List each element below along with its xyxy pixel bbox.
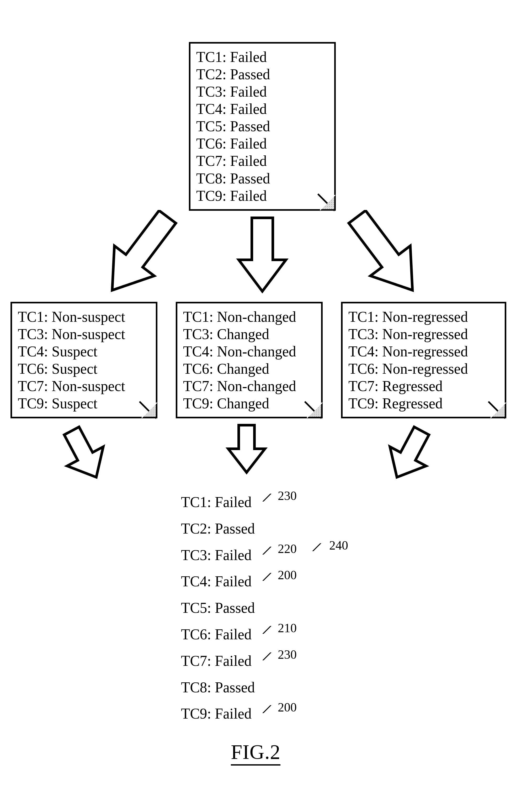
arrow-small-right-icon — [383, 425, 435, 483]
doc-row: TC7: Failed — [196, 152, 328, 169]
doc-row: TC1: Non-suspect — [18, 308, 150, 326]
doc-row: TC4: Failed — [196, 100, 328, 117]
arrow-down-right-icon — [330, 210, 441, 299]
changed-doc: TC1: Non-changedTC3: ChangedTC4: Non-cha… — [176, 302, 323, 418]
ref-label: 200 — [262, 565, 297, 585]
ref-label: 230 — [262, 486, 297, 505]
final-result-list: TC1: Failed230TC2: PassedTC3: Failed220T… — [181, 491, 349, 729]
doc-row: TC6: Non-regressed — [348, 360, 499, 377]
doc-row: TC3: Non-suspect — [18, 326, 150, 343]
arrow-small-center-icon — [226, 423, 268, 475]
doc-row: TC6: Changed — [183, 360, 315, 377]
doc-row: TC1: Non-regressed — [348, 308, 499, 326]
ref-240: 240 — [312, 538, 348, 553]
diagram-canvas: TC1: FailedTC2: PassedTC3: FailedTC4: Fa… — [0, 0, 532, 796]
doc-row: TC9: Failed — [196, 187, 328, 204]
svg-marker-4 — [228, 425, 265, 473]
doc-row: TC6: Suspect — [18, 360, 150, 377]
figure-caption: FIG.2 — [231, 740, 281, 764]
doc-row: TC9: Regressed — [348, 395, 499, 412]
doc-row: TC7: Regressed — [348, 377, 499, 395]
result-row: TC8: Passed — [181, 676, 349, 699]
result-row: TC4: Failed200 — [181, 570, 349, 593]
doc-row: TC5: Passed — [196, 117, 328, 135]
doc-row: TC9: Changed — [183, 395, 315, 412]
ref-label: 230 — [262, 645, 297, 664]
result-row: TC5: Passed — [181, 596, 349, 619]
figure-caption-text: FIG.2 — [231, 740, 281, 765]
svg-marker-5 — [383, 425, 435, 483]
doc-row: TC4: Non-changed — [183, 343, 315, 360]
doc-row: TC2: Passed — [196, 66, 328, 83]
result-row: TC2: Passed — [181, 517, 349, 540]
arrow-down-left-icon — [84, 210, 194, 299]
ref-label: 220 — [262, 539, 297, 558]
doc-row: TC4: Non-regressed — [348, 343, 499, 360]
arrow-small-left-icon — [58, 425, 110, 483]
doc-row: TC7: Non-suspect — [18, 377, 150, 395]
doc-row: TC6: Failed — [196, 135, 328, 152]
ref-label: 210 — [262, 618, 297, 638]
result-row: TC1: Failed230 — [181, 491, 349, 514]
doc-row: TC8: Passed — [196, 170, 328, 187]
ref-label: 200 — [262, 698, 297, 717]
svg-marker-3 — [58, 425, 110, 483]
result-row: TC9: Failed200 — [181, 702, 349, 725]
arrow-down-center-icon — [236, 215, 288, 294]
svg-marker-0 — [239, 218, 286, 291]
doc-row: TC3: Changed — [183, 326, 315, 343]
doc-row: TC4: Suspect — [18, 343, 150, 360]
suspect-doc: TC1: Non-suspectTC3: Non-suspectTC4: Sus… — [11, 302, 157, 418]
top-results-doc: TC1: FailedTC2: PassedTC3: FailedTC4: Fa… — [189, 42, 336, 211]
result-row: TC6: Failed210 — [181, 623, 349, 646]
doc-row: TC1: Non-changed — [183, 308, 315, 326]
svg-marker-2 — [337, 210, 432, 299]
doc-row: TC9: Suspect — [18, 395, 150, 412]
regressed-doc: TC1: Non-regressedTC3: Non-regressedTC4:… — [341, 302, 506, 418]
doc-row: TC1: Failed — [196, 48, 328, 66]
doc-row: TC3: Failed — [196, 83, 328, 100]
svg-marker-1 — [92, 210, 187, 299]
doc-row: TC3: Non-regressed — [348, 326, 499, 343]
result-row: TC7: Failed230 — [181, 650, 349, 672]
doc-row: TC7: Non-changed — [183, 377, 315, 395]
